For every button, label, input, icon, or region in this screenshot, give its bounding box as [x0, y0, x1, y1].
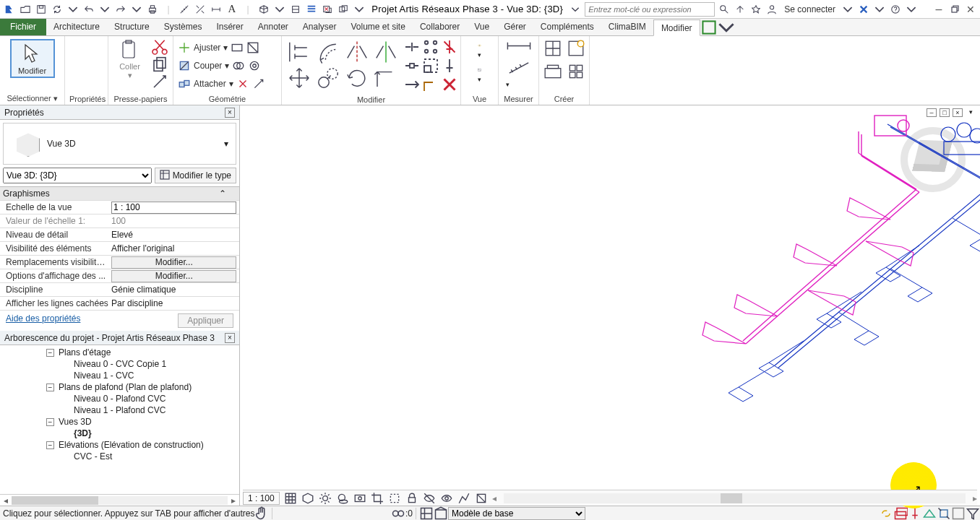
render-icon[interactable]: [353, 492, 366, 505]
discipline-value[interactable]: Génie climatique: [108, 285, 239, 295]
dropdown-icon[interactable]: [353, 3, 366, 16]
chevron-down-icon[interactable]: ▾: [53, 94, 58, 103]
tree-collapse-icon[interactable]: −: [46, 384, 54, 391]
select-underlay-icon[interactable]: [893, 507, 908, 520]
design-option-select[interactable]: Modèle de base: [448, 507, 585, 520]
rotate-button[interactable]: [344, 65, 370, 91]
parts-visibility-value[interactable]: Afficher l'original: [108, 243, 239, 254]
mirror-axis-button[interactable]: [344, 39, 370, 65]
apply-button[interactable]: Appliquer: [178, 313, 233, 328]
join-button[interactable]: Attacher▾: [178, 75, 265, 92]
browser-close-icon[interactable]: ×: [225, 333, 235, 343]
display-options-button[interactable]: Modifier...: [111, 270, 236, 282]
tab-collaborate[interactable]: Collaborer: [413, 19, 467, 35]
background-icon[interactable]: [951, 507, 966, 520]
extend-icon[interactable]: [403, 77, 421, 92]
open-icon[interactable]: [19, 3, 32, 16]
scale-icon[interactable]: [422, 58, 439, 74]
delete-icon[interactable]: [441, 77, 458, 92]
type-selector[interactable]: Vue 3D ▾: [3, 123, 236, 165]
tab-mass[interactable]: Volume et site: [344, 19, 413, 35]
instance-selector[interactable]: Vue 3D: {3D}: [3, 168, 152, 183]
switch-windows-icon[interactable]: [337, 3, 350, 16]
tree-leaf[interactable]: Niveau 0 - Plafond CVC: [17, 393, 239, 404]
modify-tool-button[interactable]: Modifier: [10, 39, 55, 78]
properties-close-icon[interactable]: ×: [225, 108, 235, 118]
geom-a2-icon[interactable]: [246, 41, 259, 54]
detail-level-value[interactable]: Elevé: [108, 230, 239, 240]
chevron-down-icon[interactable]: ▾: [128, 71, 132, 80]
sign-in-link[interactable]: Se connecter: [781, 4, 838, 14]
tab-analyze[interactable]: Analyser: [296, 19, 344, 35]
drag-icon[interactable]: [937, 507, 951, 520]
tab-file[interactable]: Fichier: [0, 19, 46, 35]
tab-more-icon[interactable]: [718, 19, 735, 35]
scroll-left-icon[interactable]: ◂: [492, 493, 497, 503]
split-gap-icon[interactable]: [403, 58, 421, 74]
measure-icon[interactable]: [178, 3, 191, 16]
tree-leaf[interactable]: CVC - Est: [17, 451, 239, 462]
group-graphics-header[interactable]: Graphismes: [0, 188, 50, 199]
visual-style-icon[interactable]: [301, 492, 314, 505]
dropdown-icon[interactable]: [273, 3, 286, 16]
tab-structure[interactable]: Structure: [107, 19, 157, 35]
scroll-right-icon[interactable]: ▸: [228, 495, 239, 506]
trim-button[interactable]: [373, 65, 399, 91]
align-button[interactable]: [286, 39, 312, 65]
scroll-thumb[interactable]: [12, 496, 98, 505]
hidden-lines-value[interactable]: Par discipline: [108, 298, 239, 308]
aligned-dim-icon[interactable]: [506, 39, 532, 55]
override-icon[interactable]: ▾: [478, 64, 481, 84]
dropdown-icon[interactable]: [66, 3, 79, 16]
tab-insert[interactable]: Insérer: [209, 19, 250, 35]
canvas-hscroll[interactable]: [504, 493, 966, 503]
tree-collapse-icon[interactable]: −: [46, 418, 54, 426]
reveal-icon[interactable]: [440, 492, 453, 505]
select-links-icon[interactable]: [879, 507, 893, 520]
dropdown-icon[interactable]: [841, 3, 854, 16]
cope-button[interactable]: Ajuster▾: [178, 39, 259, 56]
cut-geom-button[interactable]: Couper▾: [178, 57, 261, 74]
mirror-draw-button[interactable]: [373, 39, 399, 65]
select-face-icon[interactable]: [922, 507, 937, 520]
constraints-icon[interactable]: [475, 492, 488, 505]
tree-leaf-active[interactable]: {3D}: [17, 428, 239, 439]
3d-canvas[interactable]: – □ × ▾: [240, 105, 980, 506]
crop-visible-icon[interactable]: [388, 492, 401, 505]
tree-vues3d[interactable]: Vues 3D: [59, 417, 92, 427]
undo-icon[interactable]: [82, 3, 95, 16]
paste-button[interactable]: Coller ▾: [113, 39, 147, 80]
status-hand-icon[interactable]: [254, 507, 269, 520]
copy-icon[interactable]: [151, 56, 168, 72]
detail-level-icon[interactable]: [284, 492, 297, 505]
create-family-icon[interactable]: [543, 39, 562, 58]
geom-b1-icon[interactable]: [232, 59, 245, 72]
tree-collapse-icon[interactable]: −: [46, 441, 54, 449]
corner-icon[interactable]: [422, 77, 439, 92]
thin-lines-icon[interactable]: [305, 3, 318, 16]
analytical-icon[interactable]: [457, 492, 470, 505]
view-scale-input[interactable]: [111, 202, 236, 214]
geom-c1-icon[interactable]: [236, 77, 249, 90]
measure-tool-icon[interactable]: ▾: [506, 59, 532, 89]
copy-move-button[interactable]: [315, 65, 341, 91]
tree-leaf[interactable]: Niveau 0 - CVC Copie 1: [17, 358, 239, 370]
properties-help-link[interactable]: Aide des propriétés: [6, 313, 80, 328]
favorite-icon[interactable]: [749, 3, 762, 16]
edit-type-button[interactable]: Modifier le type: [155, 168, 236, 183]
minimize-icon[interactable]: –: [932, 3, 945, 16]
hide-icon[interactable]: ▾: [478, 39, 481, 59]
geom-a1-icon[interactable]: [231, 41, 244, 54]
tab-modify[interactable]: Modifier: [653, 20, 700, 36]
dimension-icon[interactable]: [210, 3, 223, 16]
project-tree[interactable]: −Plans d'étage Niveau 0 - CVC Copie 1 Ni…: [0, 345, 239, 494]
restore-icon[interactable]: [948, 3, 961, 16]
tab-addins[interactable]: Compléments: [533, 19, 601, 35]
dropdown-icon[interactable]: [98, 3, 111, 16]
dropdown-icon[interactable]: [873, 3, 886, 16]
comm-icon[interactable]: [734, 3, 747, 16]
scroll-right-icon[interactable]: ▸: [973, 493, 977, 503]
exchange-icon[interactable]: [857, 3, 870, 16]
crop-icon[interactable]: [371, 492, 384, 505]
info-arrow-icon[interactable]: [569, 3, 582, 16]
